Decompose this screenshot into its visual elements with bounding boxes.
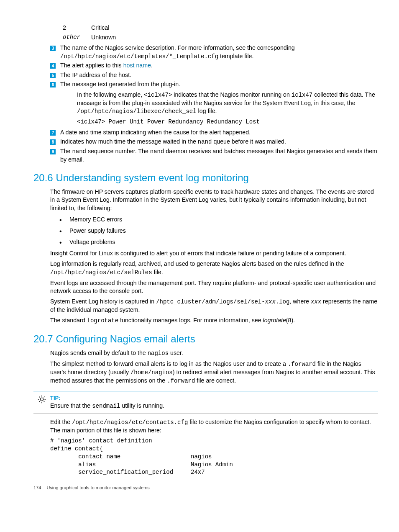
numbered-list: 3 The name of the Nagios service descrip…: [50, 44, 378, 164]
list-item: Voltage problems: [57, 238, 378, 246]
paragraph: Edit the /opt/hptc/nagios/etc/contacts.c…: [50, 418, 378, 434]
tip-icon: [33, 394, 50, 410]
paragraph: Event logs are accessed through the mana…: [50, 279, 378, 295]
svg-line-8: [44, 396, 45, 397]
list-item: 4 The alert applies to this host name.: [50, 62, 378, 69]
list-item: Power supply failures: [57, 227, 378, 235]
paragraph: The standard logrotate functionality man…: [50, 316, 378, 325]
item-number: 8: [50, 138, 60, 146]
severity-table: 2 Critical other Unknown: [63, 23, 378, 42]
divider: [33, 391, 378, 391]
list-item: 7 A date and time stamp indicating when …: [50, 129, 378, 136]
list-item: Memory ECC errors: [57, 216, 378, 224]
example-paragraph: In the following example, <iclx47> indic…: [77, 91, 378, 116]
item-text: Indicates how much time the message wait…: [60, 138, 378, 146]
table-row: 2 Critical: [63, 23, 116, 33]
section-heading-206: 20.6 Understanding system event log moni…: [33, 171, 378, 185]
cell: 2: [63, 23, 91, 33]
cell: Unknown: [91, 33, 116, 42]
item-number: 4: [50, 62, 60, 69]
item-number: 9: [50, 147, 60, 164]
code-block: # 'nagios' contact definition define con…: [50, 437, 378, 476]
svg-point-0: [40, 398, 43, 401]
item-number: 7: [50, 129, 60, 136]
item-number: 6: [50, 80, 60, 88]
section-heading-207: 20.7 Configuring Nagios email alerts: [33, 332, 378, 346]
paragraph: The firmware on HP servers captures plat…: [50, 188, 378, 212]
item-text: The name of the Nagios service descripti…: [60, 44, 378, 60]
list-item: 6 The message text generated from the pl…: [50, 80, 378, 88]
item-text: The message text generated from the plug…: [60, 80, 378, 88]
footer-title: Using graphical tools to monitor managed…: [46, 485, 149, 490]
example-code: <iclx47> Power Unit Power Redundancy Red…: [77, 118, 378, 126]
tip-body: TIP: Ensure that the sendmail utility is…: [50, 394, 378, 410]
paragraph: Insight Control for Linux is configured …: [50, 249, 378, 257]
paragraph: Log information is regularly read, archi…: [50, 260, 378, 276]
paragraph: The simplest method to forward email ale…: [50, 360, 378, 385]
cell: other: [63, 33, 91, 42]
item-text: A date and time stamp indicating when th…: [60, 129, 378, 136]
cell: Critical: [91, 23, 116, 33]
paragraph: Nagios sends email by default to the nag…: [50, 349, 378, 357]
item-number: 5: [50, 71, 60, 79]
page-number: 174: [33, 485, 41, 491]
list-item: 9 The nand sequence number. The nand dae…: [50, 147, 378, 164]
tip-block: TIP: Ensure that the sendmail utility is…: [33, 394, 378, 410]
paragraph: System Event Log history is captured in …: [50, 298, 378, 314]
svg-line-7: [39, 401, 40, 402]
item-text: The IP address of the host.: [60, 71, 378, 79]
item-text: The alert applies to this host name.: [60, 62, 378, 69]
bullet-list: Memory ECC errors Power supply failures …: [57, 216, 378, 247]
divider: [33, 414, 378, 414]
svg-line-5: [39, 396, 40, 397]
list-item: 3 The name of the Nagios service descrip…: [50, 44, 378, 60]
page-footer: 174 Using graphical tools to monitor man…: [33, 485, 378, 491]
host-name-link[interactable]: host name: [123, 62, 151, 69]
svg-line-6: [44, 401, 45, 402]
list-item: 5 The IP address of the host.: [50, 71, 378, 79]
item-text: The nand sequence number. The nand daemo…: [60, 147, 378, 164]
table-row: other Unknown: [63, 33, 116, 42]
document-page: 2 Critical other Unknown 3 The name of t…: [0, 0, 399, 504]
tip-label: TIP:: [50, 395, 61, 401]
item-number: 3: [50, 44, 60, 60]
list-item: 8 Indicates how much time the message wa…: [50, 138, 378, 146]
